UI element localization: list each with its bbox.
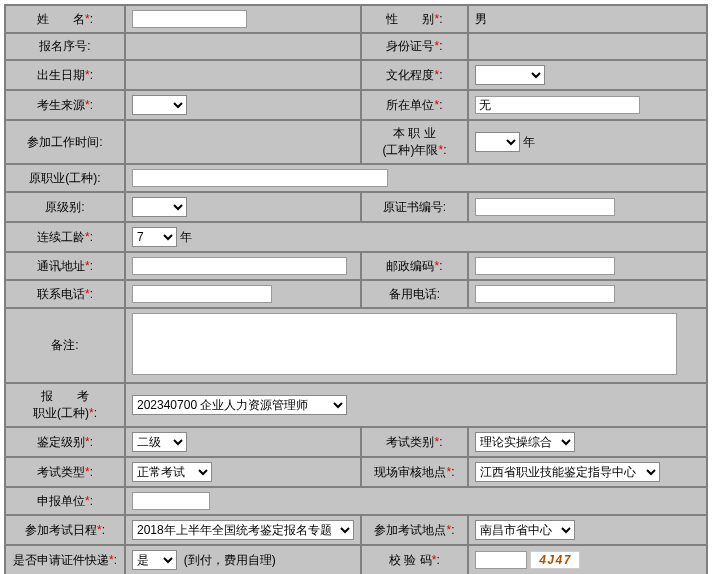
field-reviewsite: 江西省职业技能鉴定指导中心: [469, 458, 706, 486]
field-regno: [126, 34, 360, 59]
examtype-select[interactable]: 正常考试: [132, 462, 212, 482]
captcha-input[interactable]: [475, 551, 527, 569]
label-address: 通讯地址*:: [6, 253, 124, 279]
label-employer: 所在单位*:: [362, 91, 467, 119]
examjob-select[interactable]: 202340700 企业人力资源管理师: [132, 395, 347, 415]
label-postcode: 邮政编码*:: [362, 253, 467, 279]
field-edu: [469, 61, 706, 89]
field-applyorg: [126, 488, 706, 514]
field-examsched: 2018年上半年全国统考鉴定报名专题: [126, 516, 360, 544]
postcode-input[interactable]: [475, 257, 615, 275]
edu-select[interactable]: [475, 65, 545, 85]
label-phone: 联系电话*:: [6, 281, 124, 307]
label-captcha: 校 验 码*:: [362, 546, 467, 574]
label-reviewsite: 现场审核地点*:: [362, 458, 467, 486]
label-jobyears: 本 职 业(工种)年限*:: [362, 121, 467, 163]
express-select[interactable]: 是: [132, 550, 177, 570]
field-examsite: 南昌市省中心: [469, 516, 706, 544]
jobyears-select[interactable]: [475, 132, 520, 152]
label-examsite: 参加考试地点*:: [362, 516, 467, 544]
captcha-image[interactable]: 4J47: [530, 551, 580, 569]
label-birth: 出生日期*:: [6, 61, 124, 89]
remark-textarea[interactable]: [132, 313, 677, 375]
field-birth: [126, 61, 360, 89]
field-examtype: 正常考试: [126, 458, 360, 486]
field-source: [126, 91, 360, 119]
label-examsched: 参加考试日程*:: [6, 516, 124, 544]
name-input[interactable]: [132, 10, 247, 28]
label-workstart: 参加工作时间:: [6, 121, 124, 163]
field-phone: [126, 281, 360, 307]
address-input[interactable]: [132, 257, 347, 275]
examsite-select[interactable]: 南昌市省中心: [475, 520, 575, 540]
origjob-input[interactable]: [132, 169, 388, 187]
field-origjob: [126, 165, 706, 191]
registration-form: 姓 名*: 性 别*: 男 报名序号: 身份证号*: 出生日期*: 文化程度*:…: [4, 4, 708, 574]
examsched-select[interactable]: 2018年上半年全国统考鉴定报名专题: [132, 520, 354, 540]
field-workstart: [126, 121, 360, 163]
express-note: (到付，费用自理): [184, 553, 276, 567]
field-name: [126, 6, 360, 32]
field-remark: [126, 309, 706, 382]
field-address: [126, 253, 360, 279]
field-examjob: 202340700 企业人力资源管理师: [126, 384, 706, 426]
field-origcertno: [469, 193, 706, 221]
employer-input[interactable]: [475, 96, 640, 114]
phone-input[interactable]: [132, 285, 272, 303]
label-source: 考生来源*:: [6, 91, 124, 119]
examlevel-select[interactable]: 二级: [132, 432, 187, 452]
contyears-select[interactable]: 7: [132, 227, 177, 247]
origlevel-select[interactable]: [132, 197, 187, 217]
altphone-input[interactable]: [475, 285, 615, 303]
source-select[interactable]: [132, 95, 187, 115]
label-examjob: 报 考职业(工种)*:: [6, 384, 124, 426]
field-altphone: [469, 281, 706, 307]
field-gender: 男: [469, 6, 706, 32]
label-name: 姓 名*:: [6, 6, 124, 32]
label-regno: 报名序号:: [6, 34, 124, 59]
year-unit: 年: [180, 230, 192, 244]
label-examtype: 考试类型*:: [6, 458, 124, 486]
reviewsite-select[interactable]: 江西省职业技能鉴定指导中心: [475, 462, 660, 482]
field-employer: [469, 91, 706, 119]
field-postcode: [469, 253, 706, 279]
year-unit: 年: [523, 135, 535, 149]
field-examlevel: 二级: [126, 428, 360, 456]
label-origcertno: 原证书编号:: [362, 193, 467, 221]
label-applyorg: 申报单位*:: [6, 488, 124, 514]
label-express: 是否申请证件快递*:: [6, 546, 124, 574]
gender-value: 男: [475, 12, 487, 26]
field-origlevel: [126, 193, 360, 221]
label-idno: 身份证号*:: [362, 34, 467, 59]
field-captcha: 4J47: [469, 546, 706, 574]
field-jobyears: 年: [469, 121, 706, 163]
field-contyears: 7 年: [126, 223, 706, 251]
label-examcat: 考试类别*:: [362, 428, 467, 456]
field-examcat: 理论实操综合: [469, 428, 706, 456]
label-remark: 备注:: [6, 309, 124, 382]
applyorg-input[interactable]: [132, 492, 210, 510]
label-altphone: 备用电话:: [362, 281, 467, 307]
origcertno-input[interactable]: [475, 198, 615, 216]
label-contyears: 连续工龄*:: [6, 223, 124, 251]
label-edu: 文化程度*:: [362, 61, 467, 89]
label-gender: 性 别*:: [362, 6, 467, 32]
examcat-select[interactable]: 理论实操综合: [475, 432, 575, 452]
label-origjob: 原职业(工种):: [6, 165, 124, 191]
label-examlevel: 鉴定级别*:: [6, 428, 124, 456]
field-idno: [469, 34, 706, 59]
field-express: 是 (到付，费用自理): [126, 546, 360, 574]
label-origlevel: 原级别:: [6, 193, 124, 221]
